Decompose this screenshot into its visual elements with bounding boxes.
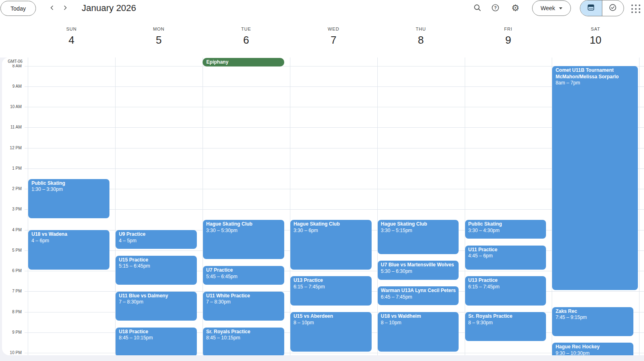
event-title: U13 Practice <box>294 277 370 284</box>
settings-notification-dot <box>518 1 521 4</box>
event[interactable]: U18 vs Wadena4 – 6pm <box>28 230 109 269</box>
event-title: U7 Blue vs Martensville Wolves <box>381 262 457 268</box>
event[interactable]: Hague Rec Hockey9:30 – 10:30pm <box>552 343 633 355</box>
date-number[interactable]: 9 <box>501 34 515 47</box>
time-label: 11 AM <box>2 125 22 129</box>
tasks-check-icon <box>608 3 617 13</box>
day-column-sat[interactable]: Comet U11B Tournament McMahon/Melissa So… <box>552 58 639 355</box>
event[interactable]: U9 Practice4 – 5pm <box>116 230 197 249</box>
event[interactable]: U15 vs Aberdeen8 – 10pm <box>290 312 372 351</box>
date-number[interactable]: 5 <box>152 34 166 47</box>
day-header-wed: WED7 <box>290 22 377 58</box>
event[interactable]: Comet U11B Tournament McMahon/Melissa So… <box>552 66 638 290</box>
next-week-button[interactable] <box>59 2 72 15</box>
event-title: U13 Practice <box>468 277 545 284</box>
event-title: U15 Practice <box>119 257 195 264</box>
view-selector-dropdown[interactable]: Week <box>532 0 571 16</box>
event-title: U11 Blue vs Dalmeny <box>119 293 195 299</box>
event[interactable]: U13 Practice6:15 – 7:45pm <box>290 276 372 305</box>
event[interactable]: U18 vs Waldheim8 – 10pm <box>378 312 459 351</box>
time-label: 12 PM <box>2 146 22 150</box>
day-column-sun[interactable]: Public Skating1:30 – 3:30pmU18 vs Wadena… <box>28 58 115 355</box>
date-number[interactable]: 10 <box>586 34 606 47</box>
search-icon <box>473 3 482 13</box>
event[interactable]: U11 Blue vs Dalmeny7 – 8:30pm <box>116 292 197 321</box>
event-time: 8:45 – 10:15pm <box>119 335 195 341</box>
event[interactable]: Zaks Rec7:45 – 9:15pm <box>552 307 633 336</box>
date-number[interactable]: 8 <box>414 34 428 47</box>
date-number[interactable]: 4 <box>65 34 78 47</box>
day-column-wed[interactable]: Hague Skating Club3:30 – 6pmU13 Practice… <box>290 58 377 355</box>
time-label: 2 PM <box>2 186 22 191</box>
event[interactable]: U18 Practice8:45 – 10:15pm <box>116 328 197 355</box>
day-header-mon: MON5 <box>115 22 203 58</box>
event-title: U11 White Practice <box>206 293 283 299</box>
event-time: 6:15 – 7:45pm <box>468 284 545 290</box>
page-title: January 2026 <box>82 3 136 13</box>
event-title: Hague Skating Club <box>294 221 370 228</box>
date-number[interactable]: 6 <box>239 34 253 47</box>
day-column-mon[interactable]: U9 Practice4 – 5pmU15 Practice5:15 – 6:4… <box>115 58 203 355</box>
day-column-thu[interactable]: Hague Skating Club3:30 – 5:15pmU7 Blue v… <box>377 58 465 355</box>
previous-week-button[interactable] <box>45 2 58 15</box>
calendar-icon <box>587 3 595 13</box>
day-column-tue[interactable]: EpiphanyHague Skating Club3:30 – 5:30pmU… <box>203 58 290 355</box>
event[interactable]: U7 Blue vs Martensville Wolves5:30 – 6:3… <box>378 261 459 279</box>
event[interactable]: Warman U13A Lynx Cecil Peters6:45 – 7:45… <box>378 286 459 305</box>
svg-text:?: ? <box>494 5 497 10</box>
time-label: 7 PM <box>2 289 22 293</box>
event[interactable]: U11 White Practice7 – 8:30pm <box>203 292 284 321</box>
event-title: Public Skating <box>468 221 545 228</box>
day-header-fri: FRI9 <box>465 22 552 58</box>
search-button[interactable] <box>469 0 486 16</box>
allday-event[interactable]: Epiphany <box>203 58 284 66</box>
time-label: 6 PM <box>2 268 22 273</box>
day-separator <box>639 58 640 355</box>
event[interactable]: Public Skating3:30 – 4:30pm <box>465 220 546 239</box>
event-title: U9 Practice <box>119 231 195 238</box>
help-button[interactable]: ? <box>487 0 504 16</box>
day-header-thu: THU8 <box>377 22 465 58</box>
day-column-fri[interactable]: Public Skating3:30 – 4:30pmU11 Practice4… <box>465 58 552 355</box>
apps-notification-dot <box>634 0 636 2</box>
event-time: 3:30 – 6pm <box>294 228 370 234</box>
time-label: 10 PM <box>2 350 22 355</box>
event-time: 8 – 9:30pm <box>468 320 545 326</box>
event-time: 4:45 – 6pm <box>468 253 545 259</box>
time-label: 4 PM <box>2 228 22 232</box>
event-title: U15 vs Aberdeen <box>294 313 370 320</box>
event-title: Hague Rec Hockey <box>555 344 632 350</box>
tasks-view-toggle[interactable] <box>602 0 624 16</box>
event[interactable]: U15 Practice5:15 – 6:45pm <box>116 256 197 285</box>
apps-grid-icon <box>631 4 633 6</box>
calendar-view-toggle[interactable] <box>580 0 602 16</box>
weekday-label: SUN <box>28 27 115 31</box>
event-title: Zaks Rec <box>555 308 632 315</box>
event-time: 6:15 – 7:45pm <box>294 284 370 290</box>
event[interactable]: U7 Practice5:45 – 6:45pm <box>203 266 284 285</box>
event-time: 7 – 8:30pm <box>119 299 195 306</box>
event[interactable]: Hague Skating Club3:30 – 5:30pm <box>203 220 284 259</box>
day-header-tue: TUE6 <box>203 22 290 58</box>
event[interactable]: U13 Practice6:15 – 7:45pm <box>465 276 546 305</box>
event[interactable]: Hague Skating Club3:30 – 6pm <box>290 220 372 270</box>
timezone-label: GMT-06 <box>2 59 22 64</box>
time-label: 9 PM <box>2 330 22 334</box>
time-label: 3 PM <box>2 207 22 211</box>
weekday-label: TUE <box>203 27 290 31</box>
help-icon: ? <box>491 3 500 13</box>
event[interactable]: Sr. Royals Practice8:45 – 10:15pm <box>203 328 284 355</box>
event[interactable]: Sr. Royals Practice8 – 9:30pm <box>465 312 546 341</box>
event[interactable]: Hague Skating Club3:30 – 5:15pm <box>378 220 459 254</box>
event-title: U7 Practice <box>206 267 283 274</box>
event[interactable]: Public Skating1:30 – 3:30pm <box>28 179 109 218</box>
gear-icon: ⚙ <box>511 4 519 13</box>
google-apps-grid-button[interactable] <box>631 4 641 14</box>
event-time: 4 – 5pm <box>119 238 195 244</box>
event-title: Sr. Royals Practice <box>206 329 283 335</box>
event-title: Hague Skating Club <box>381 221 457 228</box>
today-button[interactable]: Today <box>0 1 36 16</box>
event[interactable]: U11 Practice4:45 – 6pm <box>465 246 546 270</box>
date-number[interactable]: 7 <box>326 34 340 47</box>
event-time: 5:45 – 6:45pm <box>206 274 283 280</box>
